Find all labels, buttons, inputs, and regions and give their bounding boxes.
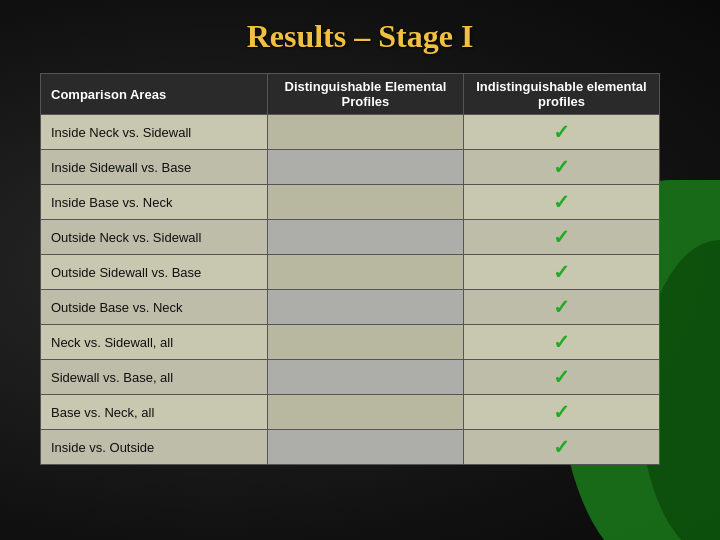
row-indistinguishable: ✓ [463, 220, 659, 255]
row-indistinguishable: ✓ [463, 115, 659, 150]
row-label: Inside Base vs. Neck [41, 185, 268, 220]
row-label: Outside Neck vs. Sidewall [41, 220, 268, 255]
row-indistinguishable: ✓ [463, 290, 659, 325]
table-row: Inside Base vs. Neck✓ [41, 185, 660, 220]
table-row: Base vs. Neck, all✓ [41, 395, 660, 430]
row-label: Inside Neck vs. Sidewall [41, 115, 268, 150]
row-distinguishable [267, 360, 463, 395]
row-distinguishable [267, 430, 463, 465]
header-comparison-areas: Comparison Areas [41, 74, 268, 115]
row-label: Base vs. Neck, all [41, 395, 268, 430]
page-title: Results – Stage I [40, 18, 680, 55]
table-row: Inside Sidewall vs. Base✓ [41, 150, 660, 185]
header-distinguishable: Distinguishable Elemental Profiles [267, 74, 463, 115]
row-indistinguishable: ✓ [463, 150, 659, 185]
row-label: Outside Sidewall vs. Base [41, 255, 268, 290]
row-indistinguishable: ✓ [463, 395, 659, 430]
row-distinguishable [267, 290, 463, 325]
row-label: Outside Base vs. Neck [41, 290, 268, 325]
table-header-row: Comparison Areas Distinguishable Element… [41, 74, 660, 115]
table-row: Sidewall vs. Base, all✓ [41, 360, 660, 395]
row-distinguishable [267, 220, 463, 255]
main-content: Results – Stage I Comparison Areas Disti… [0, 0, 720, 483]
row-distinguishable [267, 395, 463, 430]
row-distinguishable [267, 255, 463, 290]
table-row: Outside Neck vs. Sidewall✓ [41, 220, 660, 255]
row-label: Neck vs. Sidewall, all [41, 325, 268, 360]
row-label: Inside vs. Outside [41, 430, 268, 465]
results-table: Comparison Areas Distinguishable Element… [40, 73, 660, 465]
row-label: Sidewall vs. Base, all [41, 360, 268, 395]
row-indistinguishable: ✓ [463, 430, 659, 465]
row-indistinguishable: ✓ [463, 325, 659, 360]
row-indistinguishable: ✓ [463, 185, 659, 220]
table-row: Neck vs. Sidewall, all✓ [41, 325, 660, 360]
table-row: Inside Neck vs. Sidewall✓ [41, 115, 660, 150]
row-distinguishable [267, 115, 463, 150]
row-distinguishable [267, 150, 463, 185]
row-distinguishable [267, 325, 463, 360]
header-indistinguishable: Indistinguishable elemental profiles [463, 74, 659, 115]
table-row: Inside vs. Outside✓ [41, 430, 660, 465]
row-distinguishable [267, 185, 463, 220]
table-row: Outside Sidewall vs. Base✓ [41, 255, 660, 290]
row-indistinguishable: ✓ [463, 360, 659, 395]
row-indistinguishable: ✓ [463, 255, 659, 290]
table-row: Outside Base vs. Neck✓ [41, 290, 660, 325]
row-label: Inside Sidewall vs. Base [41, 150, 268, 185]
